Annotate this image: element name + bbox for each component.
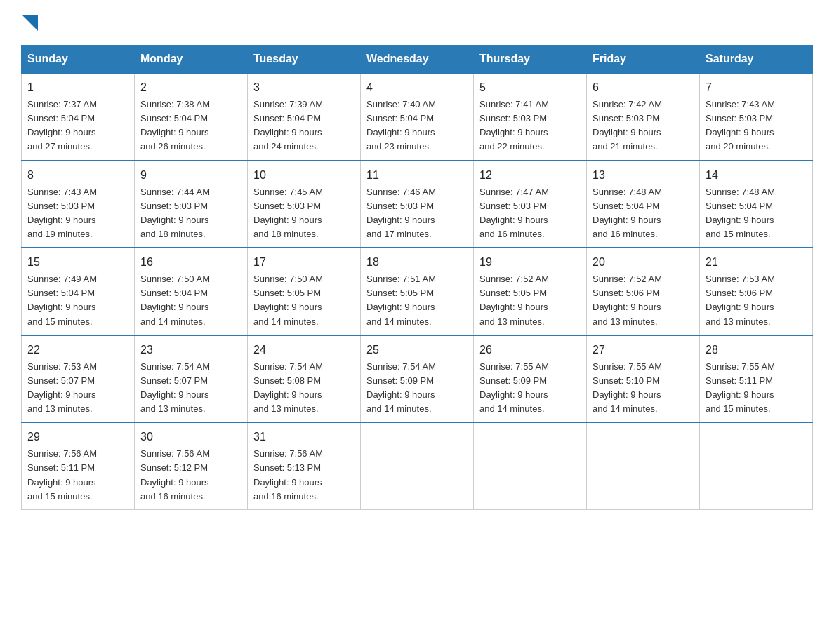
day-number: 21 [706, 254, 807, 271]
day-info: Sunrise: 7:54 AMSunset: 5:09 PMDaylight:… [366, 361, 436, 414]
day-info: Sunrise: 7:50 AMSunset: 5:05 PMDaylight:… [253, 274, 323, 326]
calendar-cell: 10Sunrise: 7:45 AMSunset: 5:03 PMDayligh… [248, 161, 361, 248]
day-number: 12 [479, 167, 581, 184]
calendar-cell: 12Sunrise: 7:47 AMSunset: 5:03 PMDayligh… [474, 161, 587, 248]
weekday-header-monday: Monday [135, 46, 248, 74]
day-number: 25 [366, 342, 468, 358]
calendar-cell: 19Sunrise: 7:52 AMSunset: 5:05 PMDayligh… [474, 248, 587, 335]
day-number: 26 [479, 342, 581, 358]
calendar-cell: 15Sunrise: 7:49 AMSunset: 5:04 PMDayligh… [22, 248, 135, 335]
day-info: Sunrise: 7:55 AMSunset: 5:10 PMDaylight:… [593, 361, 662, 414]
day-info: Sunrise: 7:37 AMSunset: 5:04 PMDaylight:… [27, 99, 97, 152]
calendar-cell: 21Sunrise: 7:53 AMSunset: 5:06 PMDayligh… [700, 248, 813, 335]
day-number: 23 [140, 342, 241, 358]
day-number: 20 [593, 254, 694, 271]
calendar-cell: 24Sunrise: 7:54 AMSunset: 5:08 PMDayligh… [248, 335, 361, 423]
calendar-cell: 30Sunrise: 7:56 AMSunset: 5:12 PMDayligh… [135, 422, 248, 509]
calendar-cell: 20Sunrise: 7:52 AMSunset: 5:06 PMDayligh… [587, 248, 700, 335]
day-info: Sunrise: 7:45 AMSunset: 5:03 PMDaylight:… [253, 187, 323, 239]
day-number: 16 [140, 254, 241, 271]
day-info: Sunrise: 7:44 AMSunset: 5:03 PMDaylight:… [140, 187, 210, 239]
day-number: 6 [593, 79, 694, 96]
day-number: 22 [27, 342, 128, 358]
calendar-cell: 14Sunrise: 7:48 AMSunset: 5:04 PMDayligh… [700, 161, 813, 248]
day-info: Sunrise: 7:52 AMSunset: 5:05 PMDaylight:… [479, 274, 549, 326]
day-number: 9 [140, 167, 241, 184]
day-info: Sunrise: 7:49 AMSunset: 5:04 PMDaylight:… [27, 274, 97, 326]
day-info: Sunrise: 7:56 AMSunset: 5:13 PMDaylight:… [253, 448, 323, 501]
weekday-header-wednesday: Wednesday [361, 46, 474, 74]
day-number: 18 [366, 254, 468, 271]
day-number: 14 [706, 167, 807, 184]
day-info: Sunrise: 7:55 AMSunset: 5:09 PMDaylight:… [479, 361, 549, 414]
day-info: Sunrise: 7:48 AMSunset: 5:04 PMDaylight:… [593, 187, 662, 239]
weekday-header-saturday: Saturday [700, 46, 813, 74]
calendar-cell: 18Sunrise: 7:51 AMSunset: 5:05 PMDayligh… [361, 248, 474, 335]
day-info: Sunrise: 7:41 AMSunset: 5:03 PMDaylight:… [479, 99, 549, 152]
day-number: 24 [253, 342, 355, 358]
calendar-cell: 26Sunrise: 7:55 AMSunset: 5:09 PMDayligh… [474, 335, 587, 423]
day-number: 28 [706, 342, 807, 358]
calendar-cell: 1Sunrise: 7:37 AMSunset: 5:04 PMDaylight… [22, 73, 135, 161]
calendar-cell: 4Sunrise: 7:40 AMSunset: 5:04 PMDaylight… [361, 73, 474, 161]
day-info: Sunrise: 7:51 AMSunset: 5:05 PMDaylight:… [366, 274, 436, 326]
day-number: 13 [593, 167, 694, 184]
day-info: Sunrise: 7:54 AMSunset: 5:07 PMDaylight:… [140, 361, 210, 414]
calendar-cell: 5Sunrise: 7:41 AMSunset: 5:03 PMDaylight… [474, 73, 587, 161]
calendar-cell: 23Sunrise: 7:54 AMSunset: 5:07 PMDayligh… [135, 335, 248, 423]
weekday-header-sunday: Sunday [22, 46, 135, 74]
day-number: 11 [366, 167, 468, 184]
day-info: Sunrise: 7:55 AMSunset: 5:11 PMDaylight:… [706, 361, 775, 414]
calendar-week-row: 1Sunrise: 7:37 AMSunset: 5:04 PMDaylight… [22, 73, 813, 161]
day-info: Sunrise: 7:43 AMSunset: 5:03 PMDaylight:… [706, 99, 775, 152]
calendar-cell: 16Sunrise: 7:50 AMSunset: 5:04 PMDayligh… [135, 248, 248, 335]
day-info: Sunrise: 7:39 AMSunset: 5:04 PMDaylight:… [253, 99, 323, 152]
logo [21, 14, 38, 31]
day-info: Sunrise: 7:56 AMSunset: 5:12 PMDaylight:… [140, 448, 210, 501]
calendar-cell: 29Sunrise: 7:56 AMSunset: 5:11 PMDayligh… [22, 422, 135, 509]
day-number: 30 [140, 429, 241, 445]
calendar-cell [361, 422, 474, 509]
day-info: Sunrise: 7:54 AMSunset: 5:08 PMDaylight:… [253, 361, 323, 414]
calendar-cell: 6Sunrise: 7:42 AMSunset: 5:03 PMDaylight… [587, 73, 700, 161]
day-info: Sunrise: 7:50 AMSunset: 5:04 PMDaylight:… [140, 274, 210, 326]
calendar-cell: 7Sunrise: 7:43 AMSunset: 5:03 PMDaylight… [700, 73, 813, 161]
day-info: Sunrise: 7:53 AMSunset: 5:07 PMDaylight:… [27, 361, 97, 414]
day-info: Sunrise: 7:56 AMSunset: 5:11 PMDaylight:… [27, 448, 97, 501]
calendar-cell: 13Sunrise: 7:48 AMSunset: 5:04 PMDayligh… [587, 161, 700, 248]
weekday-header-friday: Friday [587, 46, 700, 74]
day-info: Sunrise: 7:38 AMSunset: 5:04 PMDaylight:… [140, 99, 210, 152]
calendar-table: SundayMondayTuesdayWednesdayThursdayFrid… [21, 45, 813, 510]
day-number: 19 [479, 254, 581, 271]
day-info: Sunrise: 7:53 AMSunset: 5:06 PMDaylight:… [706, 274, 775, 326]
calendar-cell: 25Sunrise: 7:54 AMSunset: 5:09 PMDayligh… [361, 335, 474, 423]
calendar-cell: 31Sunrise: 7:56 AMSunset: 5:13 PMDayligh… [248, 422, 361, 509]
calendar-week-row: 29Sunrise: 7:56 AMSunset: 5:11 PMDayligh… [22, 422, 813, 509]
calendar-cell: 3Sunrise: 7:39 AMSunset: 5:04 PMDaylight… [248, 73, 361, 161]
day-number: 4 [366, 79, 468, 96]
day-number: 31 [253, 429, 355, 445]
day-number: 15 [27, 254, 128, 271]
page-header [21, 14, 813, 31]
calendar-cell: 11Sunrise: 7:46 AMSunset: 5:03 PMDayligh… [361, 161, 474, 248]
day-number: 1 [27, 79, 128, 96]
day-number: 29 [27, 429, 128, 445]
day-info: Sunrise: 7:52 AMSunset: 5:06 PMDaylight:… [593, 274, 662, 326]
day-number: 3 [253, 79, 355, 96]
calendar-cell: 8Sunrise: 7:43 AMSunset: 5:03 PMDaylight… [22, 161, 135, 248]
calendar-cell: 22Sunrise: 7:53 AMSunset: 5:07 PMDayligh… [22, 335, 135, 423]
calendar-cell: 17Sunrise: 7:50 AMSunset: 5:05 PMDayligh… [248, 248, 361, 335]
day-info: Sunrise: 7:43 AMSunset: 5:03 PMDaylight:… [27, 187, 97, 239]
day-info: Sunrise: 7:48 AMSunset: 5:04 PMDaylight:… [706, 187, 775, 239]
day-info: Sunrise: 7:47 AMSunset: 5:03 PMDaylight:… [479, 187, 549, 239]
weekday-header-row: SundayMondayTuesdayWednesdayThursdayFrid… [22, 46, 813, 74]
calendar-cell: 9Sunrise: 7:44 AMSunset: 5:03 PMDaylight… [135, 161, 248, 248]
calendar-cell [700, 422, 813, 509]
calendar-week-row: 22Sunrise: 7:53 AMSunset: 5:07 PMDayligh… [22, 335, 813, 423]
day-number: 7 [706, 79, 807, 96]
svg-marker-0 [22, 15, 38, 31]
calendar-cell [474, 422, 587, 509]
day-number: 5 [479, 79, 581, 96]
day-number: 10 [253, 167, 355, 184]
day-number: 27 [593, 342, 694, 358]
